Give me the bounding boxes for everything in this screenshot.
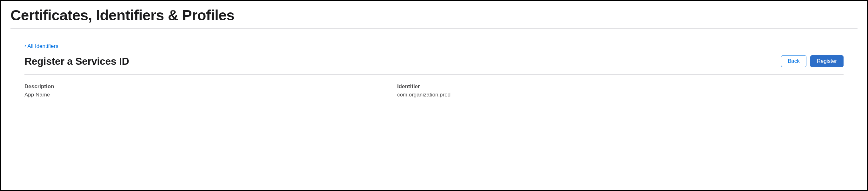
identifier-value: com.organization.prod (397, 92, 770, 98)
back-to-identifiers-link[interactable]: ‹ All Identifiers (25, 43, 58, 50)
details-row: Description App Name Identifier com.orga… (25, 84, 843, 98)
identifier-column: Identifier com.organization.prod (397, 84, 770, 98)
description-value: App Name (25, 92, 397, 98)
chevron-left-icon: ‹ (25, 43, 26, 49)
register-button[interactable]: Register (810, 55, 843, 67)
description-label: Description (25, 84, 397, 90)
app-frame: Certificates, Identifiers & Profiles ‹ A… (0, 0, 868, 191)
back-button[interactable]: Back (781, 55, 806, 67)
section-title: Register a Services ID (25, 56, 129, 67)
identifier-label: Identifier (397, 84, 770, 90)
action-buttons: Back Register (781, 55, 843, 67)
description-column: Description App Name (25, 84, 397, 98)
back-link-label: All Identifiers (27, 43, 58, 50)
section-header: Register a Services ID Back Register (25, 55, 843, 74)
content-area: ‹ All Identifiers Register a Services ID… (10, 29, 858, 98)
page-title: Certificates, Identifiers & Profiles (10, 4, 858, 29)
